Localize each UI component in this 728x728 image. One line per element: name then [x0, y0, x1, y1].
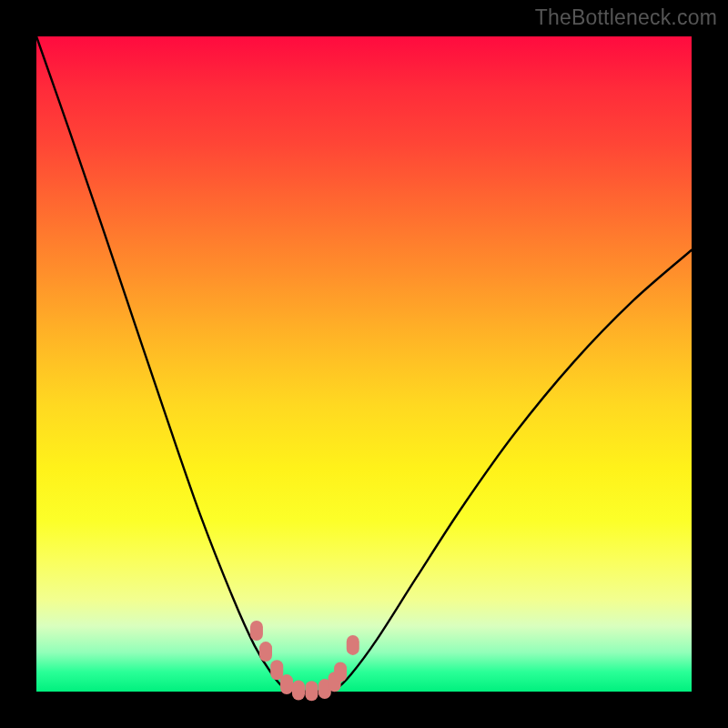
- highlight-marker: [280, 674, 293, 694]
- highlight-marker: [250, 621, 263, 641]
- curve-layer: [36, 36, 692, 692]
- highlight-marker: [270, 660, 283, 680]
- chart-frame: TheBottleneck.com: [0, 0, 728, 728]
- highlight-marker: [292, 681, 305, 701]
- highlight-marker: [259, 642, 272, 662]
- bottleneck-curve: [36, 36, 692, 692]
- highlight-marker: [334, 662, 347, 682]
- plot-area: [36, 36, 692, 692]
- highlight-marker: [305, 681, 318, 701]
- highlight-markers: [250, 621, 359, 701]
- watermark-text: TheBottleneck.com: [535, 5, 717, 30]
- highlight-marker: [347, 635, 359, 655]
